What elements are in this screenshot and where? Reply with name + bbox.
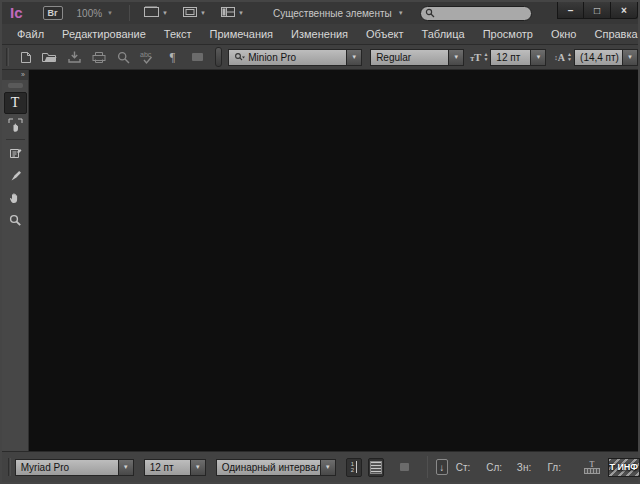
- font-style-field[interactable]: Regular: [370, 49, 448, 66]
- menu-notes[interactable]: Примечания: [201, 28, 283, 40]
- open-document-button[interactable]: [38, 47, 63, 67]
- zoom-tool[interactable]: [4, 209, 27, 231]
- screen-mode-button[interactable]: ▼: [175, 3, 213, 23]
- eyedropper-tool[interactable]: [4, 165, 27, 187]
- display-size-combo[interactable]: 12 пт ▼: [144, 459, 206, 476]
- tools-panel: » T: [2, 70, 29, 451]
- new-document-button[interactable]: [13, 47, 38, 67]
- type-tool-icon: T: [11, 96, 20, 110]
- workspace-name: Существенные элементы: [273, 8, 392, 19]
- line-spacing-value: Одинарный интервал: [222, 460, 320, 475]
- stat-characters: Зн:: [517, 462, 548, 473]
- display-size-dropdown-arrow[interactable]: ▼: [190, 459, 206, 476]
- main-area: » T: [2, 70, 638, 451]
- font-family-field[interactable]: Minion Pro: [228, 49, 346, 66]
- note-tool[interactable]: [4, 143, 27, 165]
- stat-words: Сл:: [486, 462, 517, 473]
- font-size-value: 12 пт: [496, 50, 520, 65]
- titlebar-separator: [129, 5, 130, 21]
- disabled-block-icon: [400, 463, 409, 471]
- zoom-level-dropdown[interactable]: 100% ▼: [77, 8, 124, 19]
- text-depth-ruler-icon: T: [584, 461, 600, 474]
- menu-edit[interactable]: Редактирование: [53, 28, 155, 40]
- font-size-field[interactable]: 12 пт: [490, 49, 530, 66]
- line-numbers-icon: 1 2: [351, 461, 357, 473]
- font-family-dropdown-arrow[interactable]: ▼: [346, 49, 362, 66]
- line-numbers-toggle[interactable]: 1 2: [346, 458, 362, 477]
- font-style-dropdown-arrow[interactable]: ▼: [448, 49, 464, 66]
- font-size-stepper[interactable]: ▲▼: [483, 52, 488, 62]
- search-icon: [425, 4, 435, 22]
- spellcheck-button[interactable]: abc: [136, 47, 161, 67]
- position-tool[interactable]: [4, 114, 27, 136]
- font-size-icon: тT: [470, 51, 481, 63]
- menu-help[interactable]: Справка: [585, 28, 640, 40]
- toolbar-splitter-handle[interactable]: [215, 47, 222, 67]
- menu-view[interactable]: Просмотр: [474, 28, 542, 40]
- document-canvas[interactable]: [29, 70, 638, 451]
- bridge-button[interactable]: Br: [43, 6, 63, 20]
- paragraph-marks-toggle[interactable]: [368, 458, 384, 477]
- toolbar-grip: [6, 48, 9, 66]
- menu-text[interactable]: Текст: [155, 28, 201, 40]
- menu-changes[interactable]: Изменения: [282, 28, 357, 40]
- overset-indicator-button[interactable]: ↓: [436, 459, 448, 475]
- tools-divider: [6, 139, 25, 140]
- hand-icon: [7, 190, 23, 206]
- display-font-dropdown-arrow[interactable]: ▼: [118, 459, 134, 476]
- disabled-tool-button: [185, 47, 210, 67]
- view-options-button[interactable]: ▼: [136, 3, 175, 23]
- menu-file[interactable]: Файл: [8, 28, 53, 40]
- show-hidden-characters-button[interactable]: ¶: [160, 47, 185, 67]
- line-spacing-combo[interactable]: Одинарный интервал ▼: [216, 459, 336, 476]
- statusbar-separator: [427, 456, 428, 478]
- font-style-value: Regular: [376, 50, 411, 65]
- display-font-field[interactable]: Myriad Pro: [15, 459, 118, 476]
- panel-grip[interactable]: [8, 83, 23, 88]
- stat-lines: Ст:: [456, 462, 487, 473]
- leading-combo[interactable]: (14,4 пт) ▼: [574, 49, 638, 66]
- leading-dropdown-arrow[interactable]: ▼: [622, 49, 638, 66]
- line-spacing-field[interactable]: Одинарный интервал: [216, 459, 320, 476]
- close-button[interactable]: ×: [611, 2, 638, 19]
- app-search-input[interactable]: [438, 8, 524, 18]
- search-button[interactable]: [111, 47, 136, 67]
- chevron-down-icon: ▼: [398, 10, 404, 16]
- font-style-combo[interactable]: Regular ▼: [370, 49, 464, 66]
- save-button[interactable]: [62, 47, 87, 67]
- display-size-value: 12 пт: [150, 460, 174, 475]
- view-options-icon: [143, 4, 160, 22]
- minimize-button[interactable]: –: [557, 2, 584, 19]
- chevron-down-icon: ▼: [162, 10, 168, 16]
- menu-object[interactable]: Объект: [357, 28, 412, 40]
- type-tool[interactable]: T: [4, 92, 27, 114]
- control-toolbar: abc ¶ Minion Pro ▼ Regular ▼ тT ▲▼ 1: [2, 45, 638, 70]
- menu-table[interactable]: Таблица: [413, 28, 474, 40]
- arrange-documents-button[interactable]: ▼: [213, 3, 251, 23]
- leading-field[interactable]: (14,4 пт): [574, 49, 622, 66]
- panel-collapse-chevrons[interactable]: »: [2, 70, 28, 80]
- menu-window[interactable]: Окно: [542, 28, 586, 40]
- incopy-logo: Ic: [2, 4, 33, 23]
- leading-icon: ↕A: [554, 52, 565, 63]
- font-family-combo[interactable]: Minion Pro ▼: [228, 49, 362, 66]
- stat-depth: Гл:: [547, 462, 578, 473]
- app-search-box[interactable]: [420, 6, 532, 21]
- display-size-field[interactable]: 12 пт: [144, 459, 190, 476]
- title-bar: Ic Br 100% ▼ ▼ ▼ ▼ Существенные элемент: [2, 2, 638, 24]
- print-button[interactable]: [87, 47, 112, 67]
- font-size-combo[interactable]: 12 пт ▼: [490, 49, 546, 66]
- font-size-dropdown-arrow[interactable]: ▼: [530, 49, 546, 66]
- page-lines-icon: [370, 461, 382, 474]
- note-tool-icon: [8, 147, 23, 162]
- pilcrow-icon: ¶: [170, 50, 175, 65]
- line-spacing-dropdown-arrow[interactable]: ▼: [320, 459, 336, 476]
- chevron-down-icon: ▼: [238, 10, 244, 16]
- leading-stepper[interactable]: ▲▼: [567, 52, 572, 62]
- display-font-combo[interactable]: Myriad Pro ▼: [15, 459, 134, 476]
- hand-tool[interactable]: [4, 187, 27, 209]
- font-search-icon: [234, 52, 245, 62]
- maximize-button[interactable]: □: [584, 2, 611, 19]
- workspace-switcher[interactable]: Существенные элементы ▼: [273, 8, 404, 19]
- eyedropper-icon: [8, 169, 23, 184]
